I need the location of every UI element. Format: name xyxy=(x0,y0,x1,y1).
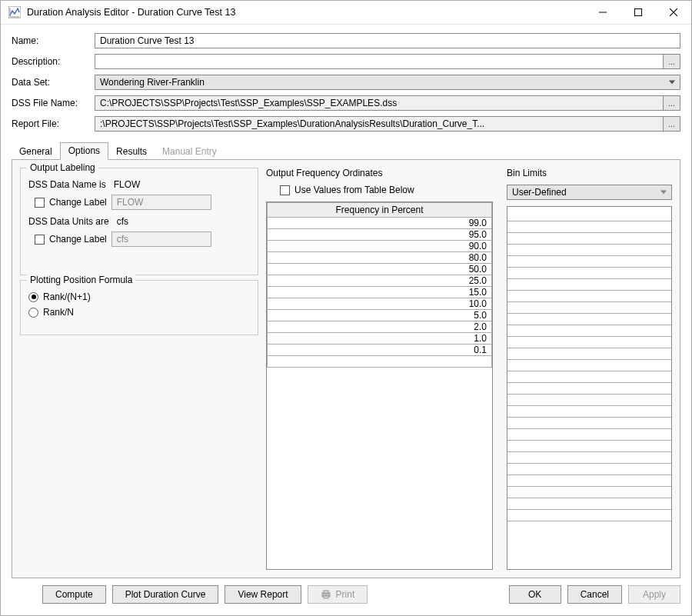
dss-file-name-input[interactable] xyxy=(95,95,664,111)
bin-limits-combo[interactable]: User-Defined xyxy=(507,185,672,200)
view-report-button[interactable]: View Report xyxy=(225,585,301,604)
bin-row[interactable] xyxy=(507,510,671,521)
bin-row[interactable] xyxy=(507,487,671,498)
freq-cell[interactable]: 1.0 xyxy=(268,333,492,345)
freq-cell[interactable]: 95.0 xyxy=(268,229,492,241)
bin-row[interactable] xyxy=(507,245,671,256)
use-values-checkbox[interactable]: Use Values from Table Below xyxy=(280,185,414,195)
cancel-button[interactable]: Cancel xyxy=(567,585,622,604)
bin-row[interactable] xyxy=(507,207,671,221)
bin-row[interactable] xyxy=(507,452,671,464)
freq-cell[interactable]: 2.0 xyxy=(268,321,492,333)
freq-cell[interactable]: 5.0 xyxy=(268,310,492,321)
bin-row[interactable] xyxy=(507,291,671,302)
report-file-browse-button[interactable]: ... xyxy=(664,116,680,132)
dss-file-browse-button[interactable]: ... xyxy=(664,95,680,111)
name-label: Name: xyxy=(12,35,95,46)
minimize-button[interactable] xyxy=(585,1,620,24)
freq-cell[interactable]: 99.0 xyxy=(268,218,492,229)
tab-general[interactable]: General xyxy=(12,144,60,160)
output-labeling-group: Output Labeling DSS Data Name is FLOW Ch… xyxy=(20,168,258,275)
checkbox-icon xyxy=(280,185,290,195)
close-button[interactable] xyxy=(656,1,691,24)
bin-row[interactable] xyxy=(507,268,671,279)
tabs: General Options Results Manual Entry xyxy=(12,142,680,159)
freq-cell-empty[interactable] xyxy=(268,356,492,368)
description-more-button[interactable]: ... xyxy=(664,54,680,69)
output-labeling-legend: Output Labeling xyxy=(27,162,98,173)
bin-row[interactable] xyxy=(507,302,671,314)
ok-button[interactable]: OK xyxy=(509,585,561,604)
bin-row[interactable] xyxy=(507,475,671,487)
maximize-button[interactable] xyxy=(620,1,656,24)
radio-icon xyxy=(28,308,38,318)
bin-row[interactable] xyxy=(507,383,671,395)
change-label-2-checkbox[interactable]: Change Label xyxy=(35,234,107,245)
tab-results[interactable]: Results xyxy=(108,144,155,160)
bin-row[interactable] xyxy=(507,233,671,245)
bin-row[interactable] xyxy=(507,337,671,348)
chevron-down-icon xyxy=(660,191,667,195)
freq-cell[interactable]: 0.1 xyxy=(268,345,492,356)
plot-duration-curve-button[interactable]: Plot Duration Curve xyxy=(112,585,219,604)
freq-cell[interactable]: 80.0 xyxy=(268,252,492,264)
dss-name-is-label: DSS Data Name is xyxy=(28,179,106,190)
dss-units-value: cfs xyxy=(117,216,128,227)
bin-row[interactable] xyxy=(507,348,671,360)
use-values-label: Use Values from Table Below xyxy=(294,185,414,195)
bin-row[interactable] xyxy=(507,464,671,475)
window-controls xyxy=(585,1,691,24)
tab-pane-options: Output Labeling DSS Data Name is FLOW Ch… xyxy=(12,159,680,578)
tab-options[interactable]: Options xyxy=(60,142,108,160)
change-label-2-input xyxy=(111,231,211,247)
right-column: Bin Limits User-Defined xyxy=(507,168,672,570)
data-set-value: Wondering River-Franklin xyxy=(100,77,205,88)
report-file-label: Report File: xyxy=(12,118,95,129)
bin-row[interactable] xyxy=(507,498,671,510)
compute-button[interactable]: Compute xyxy=(42,585,106,604)
bin-row[interactable] xyxy=(507,429,671,441)
bin-row[interactable] xyxy=(507,279,671,291)
radio-rank-np1-label: Rank/(N+1) xyxy=(43,291,91,302)
bin-row[interactable] xyxy=(507,256,671,268)
freq-cell[interactable]: 90.0 xyxy=(268,241,492,252)
frequency-table[interactable]: Frequency in Percent 99.095.090.080.050.… xyxy=(266,201,493,570)
freq-cell[interactable]: 50.0 xyxy=(268,264,492,275)
apply-button: Apply xyxy=(628,585,680,604)
bin-row[interactable] xyxy=(507,314,671,325)
report-file-input[interactable] xyxy=(95,116,664,132)
bin-row[interactable] xyxy=(507,441,671,452)
svg-rect-4 xyxy=(635,9,642,16)
bin-limits-table[interactable] xyxy=(507,206,672,570)
radio-rank-n[interactable]: Rank/N xyxy=(28,307,250,318)
bin-row[interactable] xyxy=(507,360,671,371)
bin-row[interactable] xyxy=(507,418,671,429)
change-label-2-text: Change Label xyxy=(49,234,107,245)
plotting-position-legend: Plotting Position Formula xyxy=(27,275,135,285)
bin-row[interactable] xyxy=(507,406,671,418)
freq-cell[interactable]: 25.0 xyxy=(268,275,492,287)
window-root: Duration Analysis Editor - Duration Curv… xyxy=(0,0,692,616)
print-button: Print xyxy=(308,585,368,604)
bin-row[interactable] xyxy=(507,395,671,406)
radio-rank-np1[interactable]: Rank/(N+1) xyxy=(28,291,250,302)
checkbox-icon xyxy=(35,235,45,245)
svg-rect-9 xyxy=(324,596,328,598)
bin-row[interactable] xyxy=(507,325,671,337)
freq-cell[interactable]: 15.0 xyxy=(268,287,492,298)
name-input[interactable] xyxy=(95,33,680,48)
bin-row[interactable] xyxy=(507,371,671,383)
printer-icon xyxy=(321,590,331,599)
radio-rank-n-label: Rank/N xyxy=(43,307,74,318)
description-input[interactable] xyxy=(95,54,664,69)
radio-icon xyxy=(28,292,38,302)
dss-name-value: FLOW xyxy=(114,179,141,190)
bin-row[interactable] xyxy=(507,221,671,233)
svg-rect-8 xyxy=(324,591,328,593)
dss-file-name-label: DSS File Name: xyxy=(12,98,95,108)
bin-limits-value: User-Defined xyxy=(512,187,567,198)
data-set-combo[interactable]: Wondering River-Franklin xyxy=(95,75,680,90)
change-label-1-checkbox[interactable]: Change Label xyxy=(35,197,107,208)
chevron-down-icon xyxy=(669,81,675,85)
freq-cell[interactable]: 10.0 xyxy=(268,298,492,310)
